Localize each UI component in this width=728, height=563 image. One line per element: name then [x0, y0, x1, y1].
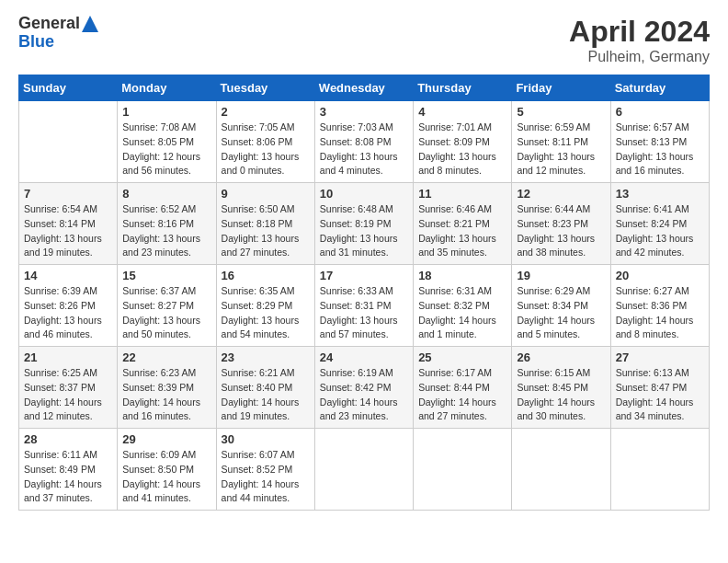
daylight-text: Daylight: 13 hours and 4 minutes.: [320, 151, 398, 177]
calendar-cell: 30Sunrise: 6:07 AMSunset: 8:52 PMDayligh…: [216, 429, 314, 511]
calendar-cell: 9Sunrise: 6:50 AMSunset: 8:18 PMDaylight…: [216, 183, 314, 265]
daylight-text: Daylight: 14 hours and 16 minutes.: [122, 396, 200, 422]
day-of-week-header: Wednesday: [314, 75, 413, 101]
daylight-text: Daylight: 13 hours and 27 minutes.: [222, 233, 300, 259]
day-number: 29: [122, 432, 210, 446]
sunrise-text: Sunrise: 6:29 AM: [517, 285, 590, 296]
daylight-text: Daylight: 14 hours and 30 minutes.: [517, 396, 595, 422]
daylight-text: Daylight: 14 hours and 5 minutes.: [517, 315, 595, 340]
day-number: 22: [122, 350, 210, 364]
calendar-week-row: 7Sunrise: 6:54 AMSunset: 8:14 PMDaylight…: [19, 183, 710, 265]
day-info: Sunrise: 6:13 AMSunset: 8:47 PMDaylight:…: [616, 366, 704, 424]
day-info: Sunrise: 6:50 AMSunset: 8:18 PMDaylight:…: [222, 202, 310, 260]
sunrise-text: Sunrise: 7:03 AM: [320, 121, 393, 132]
day-info: Sunrise: 6:57 AMSunset: 8:13 PMDaylight:…: [616, 121, 704, 178]
calendar-cell: 3Sunrise: 7:03 AMSunset: 8:08 PMDaylight…: [314, 101, 413, 183]
daylight-text: Daylight: 13 hours and 19 minutes.: [24, 233, 102, 259]
calendar-cell: [512, 429, 610, 511]
day-number: 21: [24, 350, 112, 364]
sunset-text: Sunset: 8:44 PM: [418, 382, 490, 393]
sunset-text: Sunset: 8:36 PM: [616, 300, 688, 311]
sunrise-text: Sunrise: 6:07 AM: [222, 449, 295, 460]
calendar-cell: 14Sunrise: 6:39 AMSunset: 8:26 PMDayligh…: [19, 265, 118, 347]
daylight-text: Daylight: 13 hours and 57 minutes.: [320, 315, 398, 340]
sunset-text: Sunset: 8:32 PM: [418, 300, 490, 311]
day-number: 14: [24, 269, 112, 282]
calendar-week-row: 28Sunrise: 6:11 AMSunset: 8:49 PMDayligh…: [19, 429, 710, 511]
day-of-week-header: Sunday: [19, 75, 118, 101]
day-info: Sunrise: 6:41 AMSunset: 8:24 PMDaylight:…: [616, 202, 704, 260]
sunrise-text: Sunrise: 6:52 AM: [122, 203, 196, 214]
day-of-week-header: Thursday: [414, 75, 512, 101]
sunrise-text: Sunrise: 6:13 AM: [616, 367, 689, 378]
sunset-text: Sunset: 8:40 PM: [222, 382, 293, 393]
logo-blue-text: Blue: [18, 32, 54, 51]
daylight-text: Daylight: 13 hours and 16 minutes.: [616, 151, 694, 177]
daylight-text: Daylight: 13 hours and 38 minutes.: [517, 233, 595, 259]
calendar-week-row: 14Sunrise: 6:39 AMSunset: 8:26 PMDayligh…: [19, 265, 710, 347]
day-info: Sunrise: 7:03 AMSunset: 8:08 PMDaylight:…: [320, 121, 408, 178]
daylight-text: Daylight: 14 hours and 37 minutes.: [24, 478, 102, 504]
daylight-text: Daylight: 13 hours and 31 minutes.: [320, 233, 398, 259]
calendar-cell: 16Sunrise: 6:35 AMSunset: 8:29 PMDayligh…: [216, 265, 314, 347]
day-info: Sunrise: 6:46 AMSunset: 8:21 PMDaylight:…: [418, 202, 506, 260]
sunset-text: Sunset: 8:50 PM: [122, 464, 194, 475]
sunset-text: Sunset: 8:08 PM: [320, 136, 392, 147]
day-info: Sunrise: 6:23 AMSunset: 8:39 PMDaylight:…: [122, 366, 210, 424]
daylight-text: Daylight: 14 hours and 19 minutes.: [222, 396, 300, 422]
calendar-cell: 5Sunrise: 6:59 AMSunset: 8:11 PMDaylight…: [512, 101, 610, 183]
sunset-text: Sunset: 8:47 PM: [616, 382, 688, 393]
calendar-cell: 28Sunrise: 6:11 AMSunset: 8:49 PMDayligh…: [19, 429, 118, 511]
calendar-cell: 20Sunrise: 6:27 AMSunset: 8:36 PMDayligh…: [610, 265, 709, 347]
logo: General Blue: [18, 15, 98, 52]
day-of-week-header: Tuesday: [216, 75, 314, 101]
calendar-cell: 6Sunrise: 6:57 AMSunset: 8:13 PMDaylight…: [610, 101, 709, 183]
calendar-cell: 25Sunrise: 6:17 AMSunset: 8:44 PMDayligh…: [414, 347, 512, 429]
day-info: Sunrise: 6:11 AMSunset: 8:49 PMDaylight:…: [24, 448, 112, 506]
daylight-text: Daylight: 14 hours and 44 minutes.: [222, 478, 300, 504]
sunset-text: Sunset: 8:26 PM: [24, 300, 96, 311]
logo-triangle-icon: [82, 16, 98, 32]
day-number: 3: [320, 105, 408, 119]
svg-marker-0: [82, 16, 98, 32]
day-number: 26: [517, 350, 605, 364]
calendar-cell: 12Sunrise: 6:44 AMSunset: 8:23 PMDayligh…: [512, 183, 610, 265]
daylight-text: Daylight: 13 hours and 12 minutes.: [517, 151, 595, 177]
daylight-text: Daylight: 14 hours and 12 minutes.: [24, 396, 102, 422]
day-number: 12: [517, 187, 605, 201]
day-info: Sunrise: 6:48 AMSunset: 8:19 PMDaylight:…: [320, 202, 408, 260]
day-info: Sunrise: 6:19 AMSunset: 8:42 PMDaylight:…: [320, 366, 408, 424]
calendar-cell: 21Sunrise: 6:25 AMSunset: 8:37 PMDayligh…: [19, 347, 118, 429]
sunset-text: Sunset: 8:49 PM: [24, 464, 96, 475]
sunrise-text: Sunrise: 6:27 AM: [616, 285, 689, 296]
sunrise-text: Sunrise: 6:25 AM: [24, 367, 97, 378]
day-info: Sunrise: 6:09 AMSunset: 8:50 PMDaylight:…: [122, 448, 210, 506]
daylight-text: Daylight: 14 hours and 27 minutes.: [418, 396, 496, 422]
day-info: Sunrise: 6:17 AMSunset: 8:44 PMDaylight:…: [418, 366, 506, 424]
day-number: 4: [418, 105, 506, 119]
daylight-text: Daylight: 13 hours and 54 minutes.: [222, 315, 300, 340]
daylight-text: Daylight: 14 hours and 8 minutes.: [616, 315, 694, 340]
day-number: 23: [222, 350, 310, 364]
sunrise-text: Sunrise: 7:05 AM: [222, 121, 295, 132]
sunrise-text: Sunrise: 6:44 AM: [517, 203, 590, 214]
day-info: Sunrise: 6:31 AMSunset: 8:32 PMDaylight:…: [418, 284, 506, 342]
page-header: General Blue April 2024 Pulheim, Germany: [18, 15, 710, 65]
day-number: 11: [418, 187, 506, 201]
sunset-text: Sunset: 8:31 PM: [320, 300, 392, 311]
day-of-week-header: Friday: [512, 75, 610, 101]
sunrise-text: Sunrise: 6:35 AM: [222, 285, 295, 296]
calendar-cell: 7Sunrise: 6:54 AMSunset: 8:14 PMDaylight…: [19, 183, 118, 265]
calendar-week-row: 1Sunrise: 7:08 AMSunset: 8:05 PMDaylight…: [19, 101, 710, 183]
day-number: 9: [222, 187, 310, 201]
sunset-text: Sunset: 8:42 PM: [320, 382, 392, 393]
calendar-cell: 10Sunrise: 6:48 AMSunset: 8:19 PMDayligh…: [314, 183, 413, 265]
sunset-text: Sunset: 8:24 PM: [616, 218, 688, 229]
calendar-cell: 4Sunrise: 7:01 AMSunset: 8:09 PMDaylight…: [414, 101, 512, 183]
day-info: Sunrise: 6:52 AMSunset: 8:16 PMDaylight:…: [122, 202, 210, 260]
day-number: 16: [222, 269, 310, 282]
sunrise-text: Sunrise: 6:17 AM: [418, 367, 492, 378]
title-block: April 2024 Pulheim, Germany: [569, 15, 710, 65]
sunrise-text: Sunrise: 6:39 AM: [24, 285, 97, 296]
day-info: Sunrise: 6:29 AMSunset: 8:34 PMDaylight:…: [517, 284, 605, 342]
